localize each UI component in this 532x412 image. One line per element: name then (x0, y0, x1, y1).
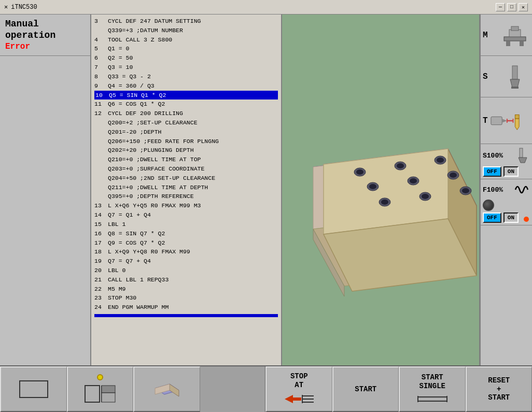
left-panel: Manual operation Error (0, 15, 91, 412)
svg-rect-32 (511, 26, 519, 31)
f100-on-button[interactable]: ON (503, 212, 519, 223)
line-number (94, 174, 106, 183)
line-content: Q210=+0 ;DWELL TIME AT TOP (108, 155, 201, 164)
code-line: Q204=+50 ;2ND SET-UP CLEARANCE (94, 174, 278, 183)
line-number (94, 146, 106, 155)
svg-marker-54 (285, 395, 301, 403)
code-line: 5Q1 = 0 (94, 44, 278, 53)
stop-at-label: STOPAT (290, 372, 308, 390)
error-status: Error (5, 42, 85, 51)
code-area: 3CYCL DEF 247 DATUM SETTING Q339=+3 ;DAT… (91, 15, 282, 412)
code-line: 7Q3 = 10 (94, 63, 278, 72)
code-lines: 3CYCL DEF 247 DATUM SETTING Q339=+3 ;DAT… (94, 17, 278, 312)
btn-view1[interactable] (0, 366, 67, 412)
start-label: START (355, 385, 376, 394)
f100-off-button[interactable]: OFF (483, 212, 501, 223)
line-number: 10 (95, 91, 107, 100)
line-content: LBL 0 (108, 266, 126, 275)
line-content: Q7 = Q1 + Q4 (108, 210, 151, 220)
maximize-button[interactable]: □ (507, 3, 516, 11)
line-number (94, 192, 106, 201)
svg-rect-36 (491, 117, 502, 124)
svg-rect-50 (102, 393, 115, 402)
stop-at-button[interactable]: STOPAT (265, 366, 332, 412)
line-number: 4 (94, 35, 106, 45)
titlebar-controls: — □ ✕ (496, 3, 528, 11)
spacer (200, 366, 266, 412)
s100-on-button[interactable]: ON (503, 166, 519, 177)
code-line: 4TOOL CALL 3 Z S800 (94, 35, 278, 45)
code-line: Q395=+0 ;DEPTH REFERENCE (94, 192, 278, 201)
line-number: 14 (94, 210, 106, 220)
operation-title: Manual operation (5, 19, 85, 41)
svg-point-13 (397, 163, 404, 168)
s100-off-button[interactable]: OFF (483, 166, 501, 177)
line-content: Q1 = 0 (108, 44, 129, 53)
code-line: 14Q7 = Q1 + Q4 (94, 210, 278, 220)
line-content: Q200=+2 ;SET-UP CLEARANCE (108, 118, 198, 127)
code-line: Q203=+0 ;SURFACE COORDINATE (94, 164, 278, 174)
line-content: TOOL CALL 3 Z S800 (108, 35, 172, 45)
m-icon (500, 22, 530, 48)
line-number (94, 155, 106, 164)
app-title: iTNC530 (11, 4, 37, 11)
view3-icon (150, 378, 184, 401)
line-number: 8 (94, 72, 106, 81)
svg-point-11 (356, 169, 363, 175)
line-number (94, 127, 106, 137)
code-line: Q201=-20 ;DEPTH (94, 127, 278, 137)
line-number: 16 (94, 229, 106, 238)
line-number (94, 137, 106, 146)
code-line: 9Q4 = 360 / Q3 (94, 81, 278, 91)
red-indicator (524, 217, 529, 222)
code-line: 19Q7 = Q7 + Q4 (94, 257, 278, 266)
reset-start-label: RESET+START (488, 376, 510, 402)
reset-start-button[interactable]: RESET+START (466, 366, 533, 412)
line-content: Q206=+150 ;FEED RATE FOR PLNGNG (108, 137, 219, 146)
code-line: Q211=+0 ;DWELL TIME AT DEPTH (94, 183, 278, 192)
right-toolbar: M S T (480, 15, 532, 412)
line-content: L X+Q9 Y+Q8 R0 FMAX M99 (108, 247, 190, 257)
t-label: T (483, 116, 488, 125)
btn-view3[interactable] (133, 366, 200, 412)
code-line: Q339=+3 ;DATUM NUMBER (94, 26, 278, 35)
line-number: 13 (94, 201, 106, 210)
line-number: 17 (94, 238, 106, 248)
line-content: LBL 1 (108, 220, 126, 229)
f100-knob[interactable] (483, 200, 494, 211)
minimize-button[interactable]: — (496, 3, 505, 11)
start-single-button[interactable]: STARTSINGLE (399, 366, 466, 412)
line-content: CYCL DEF 247 DATUM SETTING (108, 17, 201, 26)
line-content: Q339=+3 ;DATUM NUMBER (108, 26, 183, 35)
view2-icon (83, 383, 117, 404)
view1-icon (17, 378, 51, 401)
svg-point-23 (381, 200, 388, 205)
close-button[interactable]: ✕ (519, 3, 528, 11)
spinner-indicator (97, 374, 103, 380)
s100-icon (515, 146, 530, 165)
svg-marker-52 (170, 384, 179, 396)
line-content: Q33 = Q3 - 2 (108, 72, 151, 81)
f100-label: F100% (483, 186, 503, 194)
s100-toggle: OFF ON (483, 166, 530, 177)
line-number: 24 (94, 303, 106, 312)
line-number (94, 26, 106, 35)
f100-toggle: OFF ON (483, 212, 530, 223)
line-number: 23 (94, 293, 106, 303)
svg-rect-30 (506, 41, 510, 46)
start-button[interactable]: START (332, 366, 399, 412)
svg-point-27 (462, 188, 469, 193)
code-line: 16Q8 = SIN Q7 * Q2 (94, 229, 278, 238)
stop-at-icon (284, 392, 315, 406)
line-content: Q3 = 10 (108, 63, 133, 72)
svg-rect-48 (102, 386, 115, 393)
line-content: Q2 = 50 (108, 53, 133, 63)
svg-point-15 (437, 158, 444, 163)
left-header: Manual operation Error (0, 15, 90, 56)
line-content: Q211=+0 ;DWELL TIME AT DEPTH (108, 183, 208, 192)
btn-view2[interactable] (67, 366, 134, 412)
line-content: L X+Q6 Y+Q5 R0 FMAX M99 M3 (108, 201, 201, 210)
line-number (94, 164, 106, 174)
line-number: 3 (94, 17, 106, 26)
line-content: CYCL DEF 200 DRILLING (108, 109, 183, 118)
